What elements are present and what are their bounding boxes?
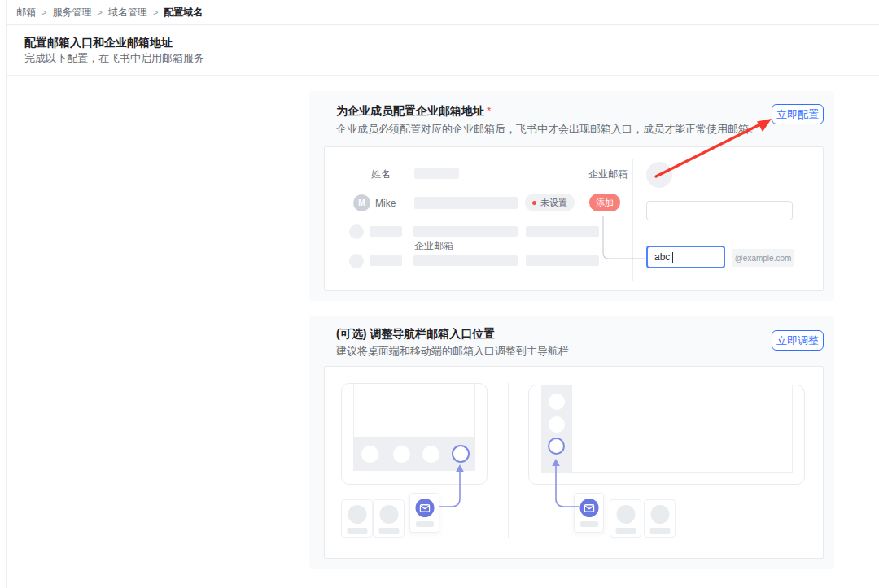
breadcrumb-item-mailbox[interactable]: 邮箱: [16, 6, 36, 20]
mock-empty-input: [646, 201, 793, 220]
mock-mobile-screen: [353, 384, 475, 438]
mail-icon-glyph: [419, 504, 430, 512]
mail-icon-glyph: [584, 504, 594, 512]
placeholder-bar: [416, 521, 434, 527]
placeholder-circle: [616, 505, 635, 524]
placeholder-circle: [379, 505, 398, 524]
card-title: (可选) 调整导航栏邮箱入口位置: [336, 327, 495, 342]
mock-app-card: [644, 499, 676, 538]
mock-nav-item: [549, 394, 565, 410]
required-asterisk: *: [487, 104, 491, 117]
mock-nav-item: [422, 446, 440, 463]
avatar-placeholder: [349, 254, 364, 268]
card-description: 企业成员必须配置对应的企业邮箱后，飞书中才会出现邮箱入口，成员才能正常使用邮箱。: [336, 122, 759, 137]
breadcrumb-separator: >: [42, 7, 46, 17]
email-config-illustration: 姓名 企业邮箱 M Mike 未设置 添加 企业邮箱: [324, 146, 824, 291]
card-configure-email-address: 为企业成员配置企业邮箱地址* 企业成员必须配置对应的企业邮箱后，飞书中才会出现邮…: [309, 91, 834, 301]
adjust-now-button[interactable]: 立即调整: [772, 330, 824, 351]
card-title: 为企业成员配置企业邮箱地址*: [336, 104, 491, 119]
mock-col-email-label: 企业邮箱: [588, 168, 628, 181]
mock-status-badge: 未设置: [525, 194, 575, 211]
illustration-divider: [508, 383, 509, 538]
card-title-text: 为企业成员配置企业邮箱地址: [336, 104, 484, 117]
card-description: 建议将桌面端和移动端的邮箱入口调整到主导航栏: [336, 344, 569, 359]
mock-nav-item: [361, 446, 378, 463]
breadcrumb-item-domain-management[interactable]: 域名管理: [108, 6, 147, 20]
mock-nav-item: [549, 416, 565, 433]
mock-mail-app-card: [409, 493, 440, 533]
mock-divider: [632, 159, 633, 281]
breadcrumb: 邮箱 > 服务管理 > 域名管理 > 配置域名: [7, 0, 879, 25]
nav-entry-illustration: [324, 366, 824, 559]
placeholder-bar: [526, 255, 599, 266]
page-header: 配置邮箱入口和企业邮箱地址 完成以下配置，在飞书中启用邮箱服务: [7, 26, 879, 76]
breadcrumb-item-configure-domain: 配置域名: [164, 6, 203, 20]
placeholder-bar: [370, 226, 402, 237]
page-subtitle: 完成以下配置，在飞书中启用邮箱服务: [24, 51, 204, 66]
status-dot-icon: [532, 201, 536, 205]
panel-left-border: [6, 0, 7, 588]
placeholder-bar: [378, 528, 399, 534]
mock-desktop-screen: [571, 385, 793, 473]
configure-now-button[interactable]: 立即配置: [772, 104, 824, 124]
mock-app-card: [341, 499, 373, 538]
placeholder-bar: [526, 226, 599, 237]
page: 邮箱 > 服务管理 > 域名管理 > 配置域名 配置邮箱入口和企业邮箱地址 完成…: [0, 0, 879, 588]
text-cursor: [672, 252, 673, 263]
placeholder-bar: [414, 197, 518, 209]
mail-icon: [415, 499, 434, 517]
mock-app-card: [610, 499, 641, 538]
mock-status-badge-label: 未设置: [540, 197, 567, 209]
breadcrumb-separator: >: [153, 7, 158, 17]
placeholder-bar: [370, 255, 402, 266]
mock-nav-slot-highlight: [452, 445, 470, 463]
mock-profile-avatar: [646, 162, 672, 188]
placeholder-circle: [650, 505, 669, 524]
mock-add-button: 添加: [589, 194, 620, 211]
mail-icon: [579, 499, 598, 517]
avatar-placeholder: [349, 224, 364, 239]
mock-mid-email-label: 企业邮箱: [414, 239, 453, 253]
placeholder-bar: [347, 528, 367, 534]
placeholder-bar: [649, 528, 670, 534]
mock-member-name: Mike: [375, 198, 396, 209]
mock-col-name-label: 姓名: [371, 168, 391, 181]
placeholder-bar: [413, 226, 518, 237]
page-title: 配置邮箱入口和企业邮箱地址: [24, 36, 173, 50]
mock-nav-slot-highlight: [548, 438, 565, 455]
placeholder-bar: [413, 255, 518, 266]
mock-desktop-frame: [528, 385, 805, 485]
mock-mobile-frame: [341, 383, 488, 485]
mock-domain-suffix: @example.com: [732, 249, 794, 267]
mock-desktop-sidebar: [541, 385, 571, 473]
mock-email-input: abc: [646, 246, 725, 268]
mock-mail-app-card: [574, 493, 604, 533]
placeholder-bar: [615, 528, 636, 534]
breadcrumb-item-service-management[interactable]: 服务管理: [52, 6, 91, 20]
breadcrumb-separator: >: [97, 7, 102, 17]
mock-member-avatar: M: [353, 194, 370, 211]
placeholder-bar: [580, 521, 598, 527]
mock-nav-item: [393, 446, 410, 463]
placeholder-bar: [414, 168, 459, 179]
card-adjust-nav-entry: (可选) 调整导航栏邮箱入口位置 建议将桌面端和移动端的邮箱入口调整到主导航栏 …: [309, 316, 834, 569]
mock-app-card: [373, 499, 405, 538]
mock-email-input-value: abc: [654, 251, 670, 263]
mock-mobile-navbar: [353, 438, 475, 471]
placeholder-circle: [348, 505, 366, 524]
